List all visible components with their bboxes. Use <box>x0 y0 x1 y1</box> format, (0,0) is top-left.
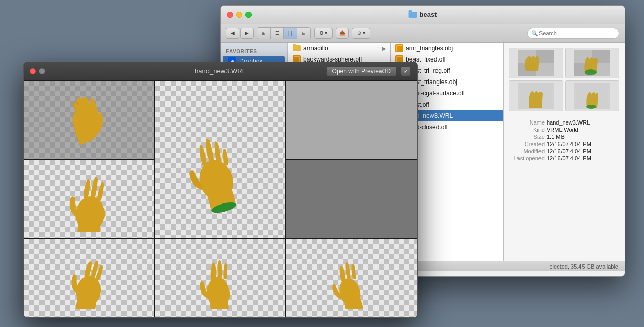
grid-cell-6 <box>286 159 417 238</box>
expand-button[interactable]: ⤢ <box>401 66 411 76</box>
file-info-modified-row: Modified 12/16/07 4:04 PM <box>509 148 619 154</box>
folder-icon <box>293 45 301 51</box>
list-item[interactable]: armadillo ▶ <box>288 43 390 54</box>
grid-cell-8 <box>155 238 286 317</box>
preview3d-grid <box>24 80 417 317</box>
view-buttons: ⊞ ☰ ||| ⊟ <box>257 27 311 39</box>
preview-thumb-2 <box>565 48 619 78</box>
column-view-button[interactable]: ||| <box>284 28 297 39</box>
finder-title: beast <box>409 11 437 18</box>
arrange-button[interactable]: ⊙ ▾ <box>352 28 370 39</box>
action-button[interactable]: ⚙ ▾ <box>314 28 333 39</box>
modified-label: Modified <box>509 148 545 154</box>
name-label: Name <box>509 119 545 126</box>
close-button-3d[interactable] <box>30 68 36 74</box>
file-name: armadillo <box>303 45 328 52</box>
icon-view-button[interactable]: ⊞ <box>257 28 271 39</box>
preview-panel: Name hand_new3.WRL Kind VRML World Size … <box>504 43 625 261</box>
preview-thumb-1 <box>509 48 563 78</box>
close-button[interactable] <box>227 12 233 18</box>
minimize-button[interactable] <box>236 12 242 18</box>
preview3d-controls: Open with Preview3D ⤢ <box>326 66 411 76</box>
grid-cell-9 <box>286 238 417 317</box>
status-text: elected, 35.45 GB available <box>549 263 618 270</box>
list-item[interactable]: arm_triangles.obj <box>391 43 503 54</box>
finder-toolbar: ◀ ▶ ⊞ ☰ ||| ⊟ ⚙ ▾ 📤 ⊙ ▾ 🔍 <box>221 24 625 43</box>
nav-buttons: ◀ ▶ <box>226 28 254 39</box>
search-wrap: 🔍 <box>527 28 619 39</box>
coverflow-button[interactable]: ⊟ <box>297 28 310 39</box>
grid-cell-1 <box>24 80 155 159</box>
hand-render-2 <box>155 81 285 238</box>
hand-render-8 <box>155 239 285 317</box>
file-info-size-row: Size 1.1 MB <box>509 134 619 140</box>
mesh-icon <box>395 44 403 52</box>
maximize-button[interactable] <box>245 12 252 18</box>
list-view-button[interactable]: ☰ <box>271 28 284 39</box>
file-info-name-row: Name hand_new3.WRL <box>509 119 619 126</box>
preview-thumbnails <box>509 48 619 111</box>
size-label: Size <box>509 134 545 140</box>
thumb-svg-2 <box>574 50 610 76</box>
preview-thumb-3 <box>509 80 563 111</box>
preview-thumb-4 <box>565 80 619 111</box>
thumb-svg-1 <box>518 50 554 76</box>
window-title: beast <box>420 11 437 18</box>
created-value: 12/16/07 4:04 PM <box>547 141 591 147</box>
search-icon: 🔍 <box>531 30 537 36</box>
name-value: hand_new3.WRL <box>547 119 590 126</box>
file-info-created-row: Created 12/16/07 4:04 PM <box>509 141 619 147</box>
traffic-lights-3d <box>30 68 45 74</box>
share-button[interactable]: 📤 <box>336 28 349 39</box>
grid-cell-3 <box>286 80 417 159</box>
preview3d-title: hand_new3.WRL <box>195 67 246 75</box>
file-info: Name hand_new3.WRL Kind VRML World Size … <box>509 119 619 162</box>
hand-render-7 <box>24 239 154 317</box>
hand-render-9 <box>286 239 417 317</box>
hand-render-4 <box>24 160 154 238</box>
search-input[interactable] <box>527 28 619 39</box>
minimize-button-3d[interactable] <box>39 68 45 74</box>
forward-button[interactable]: ▶ <box>240 28 254 39</box>
title-folder-icon <box>409 12 417 18</box>
modified-value: 12/16/07 4:04 PM <box>547 148 591 154</box>
lastopened-value: 12/16/07 4:04 PM <box>547 155 591 161</box>
svg-point-6 <box>585 69 597 75</box>
svg-point-9 <box>586 105 596 109</box>
thumb-svg-4 <box>574 83 610 109</box>
back-button[interactable]: ◀ <box>226 28 239 39</box>
kind-value: VRML World <box>547 127 578 133</box>
hand-render-1 <box>24 81 154 159</box>
traffic-lights <box>227 12 252 18</box>
preview3d-window: hand_new3.WRL Open with Preview3D ⤢ <box>23 62 418 318</box>
kind-label: Kind <box>509 127 545 133</box>
grid-cell-4 <box>24 159 155 238</box>
created-label: Created <box>509 141 545 147</box>
file-info-kind-row: Kind VRML World <box>509 127 619 133</box>
finder-titlebar: beast <box>221 6 625 24</box>
open-preview3d-button[interactable]: Open with Preview3D <box>326 66 397 76</box>
favorites-label: FAVORITES <box>221 47 287 55</box>
file-name: arm_triangles.obj <box>406 45 453 52</box>
size-value: 1.1 MB <box>547 134 565 140</box>
preview3d-titlebar: hand_new3.WRL Open with Preview3D ⤢ <box>24 62 417 80</box>
thumb-svg-3 <box>518 83 554 109</box>
chevron-right-icon: ▶ <box>382 46 386 51</box>
grid-cell-2 <box>155 80 286 238</box>
lastopened-label: Last opened <box>509 155 545 161</box>
file-info-lastopened-row: Last opened 12/16/07 4:04 PM <box>509 155 619 161</box>
grid-cell-7 <box>24 238 155 317</box>
